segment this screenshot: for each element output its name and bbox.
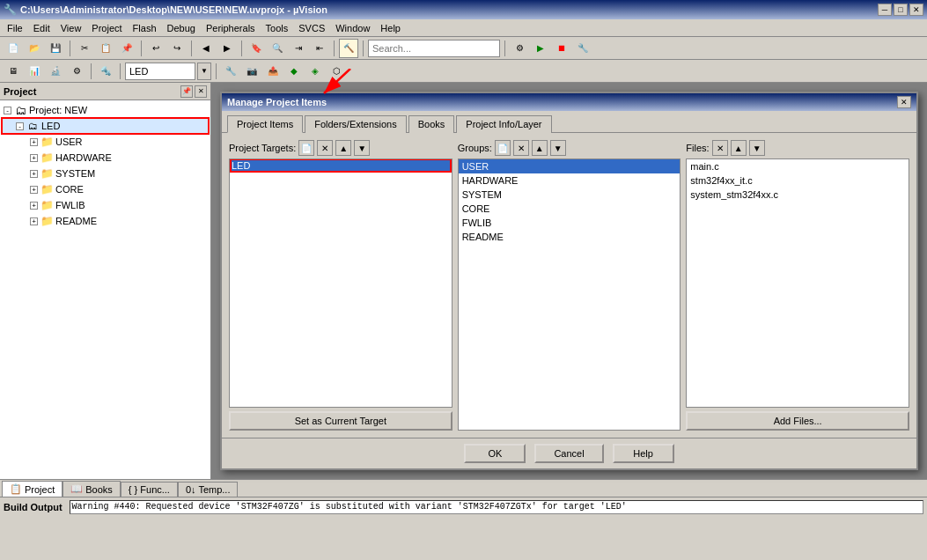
- group-user-item[interactable]: USER: [459, 159, 681, 173]
- paste-button[interactable]: 📌: [117, 39, 136, 58]
- groups-down-button[interactable]: ▼: [550, 140, 566, 156]
- copy-button[interactable]: 📋: [96, 39, 115, 58]
- core-expand[interactable]: +: [30, 186, 38, 194]
- targets-down-button[interactable]: ▼: [354, 140, 370, 156]
- targets-delete-button[interactable]: ✕: [317, 140, 333, 156]
- minimize-button[interactable]: ─: [878, 4, 892, 16]
- groups-list[interactable]: USER HARDWARE SYSTEM CORE FWLIB README: [458, 158, 681, 431]
- maximize-button[interactable]: □: [894, 4, 908, 16]
- redo-button[interactable]: ↪: [167, 39, 187, 58]
- groups-up-button[interactable]: ▲: [532, 140, 548, 156]
- file-system-stm32f4xx-c[interactable]: system_stm32f4xx.c: [687, 188, 909, 202]
- file-stm32f4xx-it-c[interactable]: stm32f4xx_it.c: [687, 173, 909, 188]
- tree-system[interactable]: + 📁 SYSTEM: [2, 166, 209, 181]
- indent-button[interactable]: ⇥: [289, 39, 308, 58]
- menu-peripherals[interactable]: Peripherals: [201, 21, 261, 35]
- menu-file[interactable]: File: [2, 21, 28, 35]
- tb2-btn3[interactable]: 🔬: [46, 62, 65, 81]
- bottom-tab-func[interactable]: { } Func...: [121, 482, 178, 497]
- tree-core[interactable]: + 📁 CORE: [2, 181, 209, 197]
- nav-forward-button[interactable]: ▶: [217, 39, 237, 58]
- tab-project-items[interactable]: Project Items: [227, 115, 303, 133]
- panel-close-button[interactable]: ✕: [195, 85, 207, 98]
- more-button[interactable]: 🔧: [573, 39, 592, 58]
- target-led-input[interactable]: [232, 160, 450, 171]
- tb2-btn1[interactable]: 🖥: [4, 62, 23, 81]
- file-main-c[interactable]: main.c: [687, 159, 909, 173]
- build-button[interactable]: 🔨: [339, 39, 358, 58]
- menu-svcs[interactable]: SVCS: [293, 21, 330, 35]
- tree-readme[interactable]: + 📁 README: [2, 213, 209, 229]
- undo-button[interactable]: ↩: [146, 39, 166, 58]
- settings-button[interactable]: ⚙: [510, 39, 529, 58]
- menu-edit[interactable]: Edit: [28, 21, 55, 35]
- bottom-tab-project[interactable]: 📋 Project: [2, 481, 63, 497]
- tab-folders-extensions[interactable]: Folders/Extensions: [305, 115, 407, 133]
- led-expand[interactable]: -: [16, 122, 24, 130]
- bottom-tab-temp[interactable]: 0↓ Temp...: [178, 482, 239, 497]
- tree-user[interactable]: + 📁 USER: [2, 134, 209, 150]
- groups-new-button[interactable]: 📄: [495, 140, 511, 156]
- menu-debug[interactable]: Debug: [162, 21, 201, 35]
- menu-flash[interactable]: Flash: [128, 21, 162, 35]
- files-list[interactable]: main.c stm32f4xx_it.c system_stm32f4xx.c: [686, 158, 909, 408]
- tree-hardware[interactable]: + 📁 HARDWARE: [2, 150, 209, 166]
- user-expand[interactable]: +: [30, 138, 38, 146]
- group-system-item[interactable]: SYSTEM: [459, 188, 681, 202]
- menu-project[interactable]: Project: [86, 21, 127, 35]
- target-led-item[interactable]: [230, 159, 452, 172]
- root-expand[interactable]: -: [4, 107, 11, 114]
- dialog-close-button[interactable]: ✕: [897, 96, 911, 108]
- tab-project-info[interactable]: Project Info/Layer: [456, 115, 551, 133]
- tb2-btn5[interactable]: 🔩: [96, 62, 115, 81]
- help-button[interactable]: Help: [613, 444, 674, 463]
- tb2-btn2[interactable]: 📊: [25, 62, 44, 81]
- targets-new-button[interactable]: 📄: [298, 140, 314, 156]
- panel-pin-button[interactable]: 📌: [180, 85, 193, 98]
- tb2-btn4[interactable]: ⚙: [67, 62, 86, 81]
- tree-root[interactable]: - 🗂 Project: NEW: [2, 102, 209, 118]
- files-delete-button[interactable]: ✕: [712, 140, 728, 156]
- tb2-btn7[interactable]: 📷: [242, 62, 261, 81]
- menu-help[interactable]: Help: [375, 21, 406, 35]
- targets-up-button[interactable]: ▲: [335, 140, 351, 156]
- nav-back-button[interactable]: ◀: [196, 39, 216, 58]
- targets-list[interactable]: [229, 158, 452, 408]
- new-file-button[interactable]: 📄: [4, 39, 23, 58]
- tab-books[interactable]: Books: [408, 115, 455, 133]
- bookmark-button[interactable]: 🔖: [246, 39, 266, 58]
- group-core-item[interactable]: CORE: [459, 202, 681, 216]
- save-button[interactable]: 💾: [46, 39, 65, 58]
- manage-project-button[interactable]: 🔧: [221, 62, 240, 81]
- run-button[interactable]: ▶: [531, 39, 550, 58]
- groups-delete-button[interactable]: ✕: [513, 140, 529, 156]
- group-hardware-item[interactable]: HARDWARE: [459, 173, 681, 188]
- target-combo[interactable]: [125, 63, 195, 80]
- set-current-target-button[interactable]: Set as Current Target: [229, 411, 452, 431]
- tb2-btn10[interactable]: ◈: [305, 62, 325, 81]
- system-expand[interactable]: +: [30, 170, 38, 178]
- files-down-button[interactable]: ▼: [749, 140, 765, 156]
- stop-button[interactable]: ⏹: [552, 39, 571, 58]
- tb2-btn9[interactable]: ◆: [284, 62, 304, 81]
- readme-expand[interactable]: +: [30, 217, 38, 225]
- target-combo-dropdown[interactable]: ▼: [197, 63, 211, 80]
- close-button[interactable]: ✕: [909, 4, 923, 16]
- tb2-btn8[interactable]: 📤: [263, 62, 283, 81]
- find-button[interactable]: 🔍: [268, 39, 287, 58]
- group-fwlib-item[interactable]: FWLIB: [459, 216, 681, 230]
- cancel-button[interactable]: Cancel: [534, 444, 603, 463]
- menu-view[interactable]: View: [55, 21, 87, 35]
- open-file-button[interactable]: 📂: [25, 39, 44, 58]
- outdent-button[interactable]: ⇤: [310, 39, 329, 58]
- fwlib-expand[interactable]: +: [30, 202, 38, 210]
- cut-button[interactable]: ✂: [75, 39, 94, 58]
- group-readme-item[interactable]: README: [459, 230, 681, 244]
- files-up-button[interactable]: ▲: [731, 140, 747, 156]
- add-files-button[interactable]: Add Files...: [686, 411, 909, 431]
- search-input[interactable]: [368, 40, 500, 57]
- bottom-tab-books[interactable]: 📖 Books: [63, 481, 121, 497]
- menu-tools[interactable]: Tools: [261, 21, 294, 35]
- hardware-expand[interactable]: +: [30, 154, 38, 162]
- menu-window[interactable]: Window: [330, 21, 375, 35]
